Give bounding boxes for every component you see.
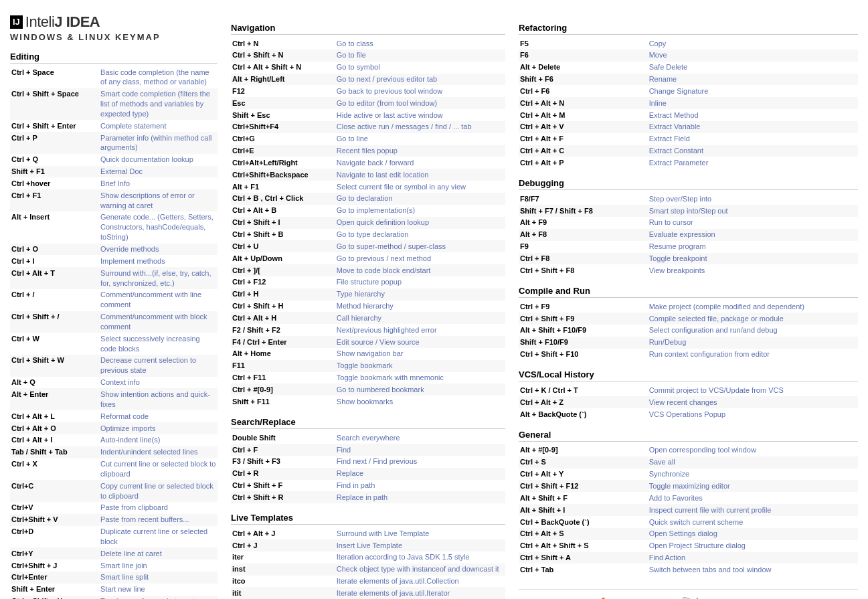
table-row: Shift + F11Show bookmarks (231, 396, 505, 408)
shortcut-key: Ctrl + F12 (231, 276, 335, 288)
shortcut-desc: Open Project Structure dialog (648, 540, 858, 552)
table-row: Ctrl + Shift + HMethod hierarchy (231, 301, 505, 313)
shortcut-key: Ctrl + F6 (519, 85, 648, 97)
shortcut-key: Alt + BackQuote (`) (519, 408, 648, 420)
shortcut-key: Shift + Enter (10, 584, 99, 596)
table-row: Ctrl + Alt + JSurround with Live Templat… (231, 527, 505, 539)
shortcut-desc: Select configuration and run/and debug (648, 325, 858, 337)
shortcut-desc: Quick switch current scheme (648, 516, 858, 528)
shortcut-desc: Toggle breakpoint (648, 253, 858, 265)
shortcut-desc: View breakpoints (648, 264, 858, 276)
table-row: Alt + #[0-9]Open corresponding tool wind… (519, 444, 858, 456)
table-row: ititIterate elements of java.util.Iterat… (231, 587, 505, 599)
refactor-table: F5CopyF6MoveAlt + DeleteSafe DeleteShift… (519, 37, 858, 169)
table-row: F9Resume program (519, 241, 858, 253)
shortcut-key: Alt + Shift + F (519, 492, 648, 504)
shortcut-key: F11 (231, 360, 335, 372)
shortcut-desc: Toggle bookmark (335, 360, 505, 372)
table-row: F4 / Ctrl + EnterEdit source / View sour… (231, 336, 505, 348)
shortcut-desc: Extract Method (648, 109, 858, 121)
shortcut-desc: Generate code... (Getters, Setters, Cons… (99, 211, 218, 244)
table-row: Ctrl+GGo to line (231, 133, 505, 145)
shortcut-key: Ctrl + S (519, 456, 648, 468)
table-row: Ctrl + F11Toggle bookmark with mnemonic (231, 372, 505, 384)
shortcut-desc: Comment/uncomment with line comment (99, 289, 218, 311)
section-compile-title: Compile and Run (519, 286, 858, 298)
shortcut-key: Ctrl+Shift + V (10, 514, 99, 526)
shortcut-key: Ctrl + Alt + Shift + S (519, 540, 648, 552)
table-row: Ctrl + Shift + F12Toggle maximizing edit… (519, 480, 858, 492)
shortcut-key: Ctrl + R (231, 468, 335, 480)
shortcut-desc: Synchronize (648, 468, 858, 481)
table-row: Ctrl + Shift + UToggle case for word at … (10, 596, 218, 599)
shortcut-key: Ctrl + Shift + H (231, 301, 335, 313)
nav-table: Ctrl + NGo to classCtrl + Shift + NGo to… (231, 37, 505, 408)
table-row: F8/F7Step over/Step into (519, 193, 858, 205)
shortcut-key: Ctrl + J (231, 539, 335, 551)
table-row: Ctrl + Shift + WDecrease current selecti… (10, 355, 218, 377)
logo-area: IJ InteliJ IDEA WINDOWS & LINUX KEYMAP (10, 13, 218, 42)
shortcut-desc: Method hierarchy (335, 301, 505, 313)
table-row: Alt + Shift + F10/F9Select configuration… (519, 325, 858, 337)
shortcut-desc: Replace (335, 468, 505, 480)
shortcut-desc: Auto-indent line(s) (99, 434, 218, 446)
shortcut-desc: Show bookmarks (335, 396, 505, 408)
search-table: Double ShiftSearch everywhereCtrl + FFin… (231, 432, 505, 503)
shortcut-desc: Optimize imports (99, 422, 218, 434)
table-row: Ctrl + #[0-9]Go to numbered bookmark (231, 383, 505, 396)
live-table: Ctrl + Alt + JSurround with Live Templat… (231, 527, 505, 599)
shortcut-desc: Search everywhere (335, 432, 505, 444)
section-search-title: Search/Replace (231, 417, 505, 429)
table-row: EscGo to editor (from tool window) (231, 97, 505, 109)
editing-table: Ctrl + SpaceBasic code completion (the n… (10, 66, 218, 599)
table-row: Ctrl + F9Make project (compile modified … (519, 301, 858, 313)
shortcut-key: Alt + F8 (519, 229, 648, 241)
shortcut-desc: Recent files popup (335, 145, 505, 157)
table-row: Shift + F6Rename (519, 74, 858, 86)
shortcut-key: Ctrl+Shift+Backspace (231, 169, 335, 181)
footer-social[interactable]: 🐦 CSDN@intellij... (753, 596, 801, 599)
footer-website[interactable]: 🏠 jetbrains.com/idea (576, 596, 630, 599)
section-vcs-title: VCS/Local History (519, 369, 858, 381)
shortcut-key: Ctrl + Alt + P (519, 157, 648, 169)
shortcut-desc: Select successively increasing code bloc… (99, 333, 218, 355)
table-row: Ctrl + OOverride methods (10, 244, 218, 256)
shortcut-desc: Paste from clipboard (99, 502, 218, 514)
blog-icon: 📡 (680, 596, 703, 599)
shortcut-desc: Copy current line or selected block to c… (99, 480, 218, 502)
shortcut-desc: Type hierarchy (335, 288, 505, 301)
table-row: Alt + BackQuote (`)VCS Operations Popup (519, 408, 858, 420)
table-row: Ctrl + WSelect successively increasing c… (10, 333, 218, 355)
table-row: Ctrl+ERecent files popup (231, 145, 505, 157)
section-general-title: General (519, 430, 858, 442)
shortcut-key: Ctrl + Shift + F9 (519, 313, 648, 325)
table-row: Ctrl + NGo to class (231, 37, 505, 50)
shortcut-key: Ctrl + Shift + R (231, 491, 335, 503)
shortcut-key: Ctrl + P (10, 132, 99, 154)
shortcut-key: Ctrl+G (231, 133, 335, 145)
section-editing-title: Editing (10, 52, 218, 64)
shortcut-key: Shift + F1 (10, 166, 99, 178)
table-row: Ctrl + Shift + RReplace in path (231, 491, 505, 503)
shortcut-key: Ctrl+Shift + J (10, 560, 99, 572)
shortcut-key: Alt + F9 (519, 217, 648, 229)
compile-table: Ctrl + F9Make project (compile modified … (519, 301, 858, 360)
table-row: Ctrl + Alt + IAuto-indent line(s) (10, 434, 218, 446)
section-nav-title: Navigation (231, 23, 505, 35)
shortcut-desc: Start new line (99, 584, 218, 596)
shortcut-key: Ctrl + ]/[ (231, 264, 335, 276)
table-row: F5Copy (519, 37, 858, 50)
table-row: iterIteration according to Java SDK 1.5 … (231, 551, 505, 564)
table-row: Shift + EscHide active or last active wi… (231, 109, 505, 121)
table-row: F2 / Shift + F2Next/previous highlighted… (231, 324, 505, 336)
footer-blog[interactable]: 📡 blog.jetbrains.com/idea (657, 596, 726, 599)
table-row: Ctrl + /Comment/uncomment with line comm… (10, 289, 218, 311)
shortcut-key: Alt + #[0-9] (519, 444, 648, 456)
shortcut-key: Alt + Right/Left (231, 74, 335, 86)
footer-icons: 🏠 jetbrains.com/idea 📡 blog.jetbrains.co… (519, 589, 858, 599)
shortcut-key: Alt + Shift + I (519, 504, 648, 516)
shortcut-key: Ctrl + X (10, 458, 99, 481)
shortcut-desc: Inline (648, 97, 858, 109)
table-row: Ctrl + F1Show descriptions of error or w… (10, 189, 218, 211)
shortcut-desc: File structure popup (335, 276, 505, 288)
